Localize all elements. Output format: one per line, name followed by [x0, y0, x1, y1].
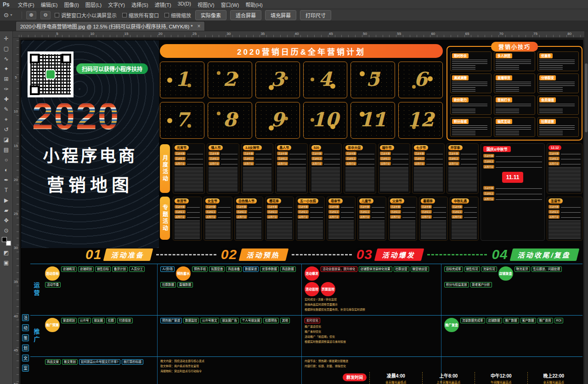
card-field-row: 活动玩法	[277, 157, 305, 160]
card-text-lines	[175, 167, 203, 192]
menu-item[interactable]: 窗口(W)	[218, 0, 243, 9]
wechat-icon	[45, 69, 56, 79]
card-text-lines	[380, 167, 408, 192]
month-highlight-dot	[217, 71, 220, 75]
field-chip: 适用行业	[483, 197, 494, 201]
panel-tag: 国庆&中秋节	[483, 146, 511, 152]
vertical-scrollbar[interactable]	[584, 31, 588, 384]
month-card: 1	[160, 62, 204, 98]
tip-text-lines	[539, 82, 575, 86]
option-checkbox[interactable]: 调整窗口大小以满屏显示	[55, 11, 117, 19]
menu-item[interactable]: 编辑(E)	[38, 0, 61, 9]
month-card: 5	[351, 62, 395, 98]
shape-tool[interactable]: ▰	[1, 205, 12, 215]
move-tool[interactable]: ✛	[1, 34, 12, 43]
node-note: 推文内容：围绕活动主题与核心卖点	[160, 359, 299, 363]
menu-item[interactable]: 图层(L)	[82, 0, 105, 9]
foreground-color-swatch[interactable]	[2, 237, 7, 242]
activity-card-tag: 儿童节	[359, 198, 373, 203]
lasso-tool[interactable]: ∿	[1, 54, 12, 63]
quick-select-tool[interactable]: ✦	[1, 64, 12, 73]
field-chip: 活动玩法	[448, 157, 459, 160]
card-field-row: 活动玩法	[421, 210, 446, 214]
vertical-ruler[interactable]: 5101520253035404550	[13, 38, 19, 384]
crop-tool[interactable]: ⊞	[1, 74, 12, 84]
menu-item[interactable]: 3D(D)	[175, 0, 194, 9]
screen-mode-button[interactable]: ▣	[1, 258, 12, 267]
month-number: 5	[366, 68, 379, 90]
zoom-tool-preview[interactable]: ⊙▼	[4, 11, 17, 18]
tips-card: 分销裂变	[537, 73, 579, 93]
clone-stamp-tool[interactable]: ⌖	[1, 114, 12, 124]
activity-card-tag: 圣诞节	[548, 198, 563, 203]
options-button[interactable]: 实际像素	[195, 10, 226, 20]
blur-tool[interactable]: ○	[1, 155, 12, 164]
menu-item[interactable]: 文字(Y)	[105, 0, 128, 9]
card-field-row: 活动玩法	[236, 210, 261, 214]
document-tab[interactable]: 2020小程序电商营销地图.jpg @ 12.5% (扫码可以获得小程序扶持, …	[16, 21, 205, 31]
phases-bar: 01活动准备02活动预热03活动爆发04活动收尾/复盘	[21, 246, 582, 263]
app-logo: Ps	[3, 1, 10, 8]
color-swatches[interactable]	[2, 237, 11, 246]
gradient-tool[interactable]: ▤	[1, 145, 12, 154]
menu-item[interactable]: 文件(F)	[15, 0, 38, 9]
quick-mask-button[interactable]: ◩	[1, 248, 12, 257]
field-line	[310, 216, 323, 218]
options-button[interactable]: 打印尺寸	[300, 10, 331, 20]
eraser-tool[interactable]: ◪	[1, 135, 12, 144]
zoom-out-button[interactable]: ⊖	[40, 11, 51, 19]
field-line	[461, 163, 477, 164]
node-note: 内容节奏：预热期 / 爆发期分层推送	[305, 359, 438, 363]
node-box: 社群数据	[160, 282, 176, 288]
node-box: 人员分工	[129, 266, 145, 272]
field-chip: 活动主题	[452, 205, 463, 209]
document-canvas[interactable]: 扫码可以获得小程序扶持 2020 小程序电商 营销地图 2020营销日历&全年营…	[19, 38, 588, 384]
path-select-tool[interactable]: ▶	[1, 195, 12, 205]
eyedropper-tool[interactable]: ✑	[1, 84, 12, 94]
field-line	[496, 198, 542, 200]
zoom-tool[interactable]: ⊙	[1, 226, 12, 235]
checkbox-box[interactable]	[55, 13, 59, 17]
field-line	[426, 152, 442, 154]
checkbox-label: 细微缩放	[171, 11, 191, 19]
field-line	[561, 152, 581, 154]
menu-item[interactable]: 选择(S)	[128, 0, 152, 9]
month-number: 2	[223, 68, 237, 90]
checkbox-box[interactable]	[164, 13, 169, 17]
card-field-row: 活动玩法	[267, 210, 292, 214]
node-box: 店铺整体流量转化效果	[359, 266, 392, 272]
scrollbar-thumb[interactable]	[585, 63, 588, 132]
pen-tool[interactable]: ✒	[1, 175, 12, 185]
tab-close-icon[interactable]: ×	[197, 23, 200, 29]
field-chip: 适用行业	[311, 162, 322, 165]
options-button[interactable]: 适合屏幕	[230, 10, 261, 20]
card-field-row: 适用行业	[414, 162, 442, 165]
zoom-in-button[interactable]: ⊕	[26, 11, 36, 19]
dodge-tool[interactable]: ◐	[1, 165, 12, 175]
type-tool[interactable]: T	[1, 185, 12, 195]
tip-text-lines	[452, 125, 487, 130]
activity-card-tag: 女生节	[205, 198, 220, 203]
field-chip: 活动主题	[483, 186, 494, 190]
field-chip: 活动玩法	[175, 157, 186, 160]
menu-item[interactable]: 图像(I)	[61, 0, 82, 9]
marquee-tool[interactable]: ▢	[1, 44, 12, 53]
option-checkbox[interactable]: 缩放所有窗口	[122, 11, 159, 19]
healing-brush-tool[interactable]: ✚	[1, 94, 12, 104]
checkbox-box[interactable]	[122, 13, 127, 17]
timeline-time: 中午12:00	[476, 372, 526, 379]
ruler-number: 15	[13, 144, 19, 148]
hand-tool[interactable]: ✥	[1, 215, 12, 225]
option-checkbox[interactable]: 细微缩放	[164, 11, 191, 19]
brush-tool[interactable]: ✎	[1, 104, 12, 114]
card-field-row: 活动玩法	[209, 157, 237, 160]
ruler-number: 60	[431, 32, 435, 36]
menu-item[interactable]: 帮助(H)	[242, 0, 266, 9]
history-brush-tool[interactable]: ↺	[1, 124, 12, 134]
options-button[interactable]: 填充屏幕	[265, 10, 296, 20]
menu-item[interactable]: 滤镜(T)	[152, 0, 175, 9]
node-note: 软文种草：用户痛点场景化呈现	[160, 364, 299, 368]
menu-item[interactable]: 视图(V)	[194, 0, 218, 9]
field-line	[561, 163, 581, 164]
horizontal-ruler[interactable]: 5101520253035404550556065707580	[13, 31, 588, 38]
